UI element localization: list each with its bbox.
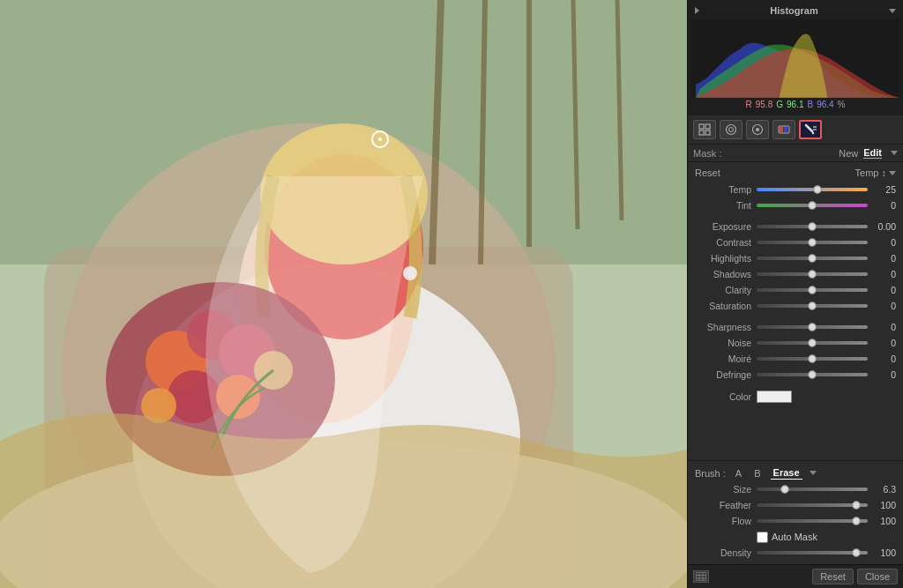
brush-tab-b[interactable]: B (751, 467, 763, 480)
slider-value-3: 0 (868, 237, 896, 248)
reset-row: Reset Temp ↕ (688, 166, 903, 182)
brush-slider-value-0: 6.3 (868, 484, 896, 495)
histogram-canvas (691, 19, 899, 98)
sliders-container: Temp25Tint0Exposure0.00Contrast0Highligh… (688, 182, 903, 383)
density-slider[interactable] (757, 551, 868, 555)
reset-button[interactable]: Reset (695, 167, 720, 178)
slider-value-9: 0 (868, 338, 896, 348)
slider-row-saturation: Saturation0 (688, 298, 903, 314)
slider-track-10[interactable] (757, 357, 868, 361)
photo-area (0, 0, 687, 588)
temp-selector-label: Temp ↕ (855, 167, 886, 178)
slider-track-1[interactable] (757, 204, 868, 207)
slider-thumb-6[interactable] (808, 286, 817, 294)
brush-tab-a[interactable]: A (733, 467, 744, 480)
brush-options-icon[interactable] (810, 471, 817, 475)
slider-row-temp: Temp25 (688, 182, 903, 197)
hist-g-value: 96.1 (787, 100, 803, 109)
slider-track-5[interactable] (757, 272, 868, 276)
brush-slider-row-2: Flow100 (688, 513, 903, 529)
brush-header: Brush : A B Erase (688, 465, 903, 481)
slider-thumb-2[interactable] (808, 222, 817, 231)
right-panel: Histogram R 95.8 G 96.1 B 96.4 (687, 0, 903, 588)
color-swatch[interactable] (757, 391, 792, 403)
brush-slider-label-1: Feather (695, 500, 757, 510)
color-selector-button[interactable] (772, 120, 795, 139)
slider-label-1: Tint (695, 200, 757, 211)
controls-section: Reset Temp ↕ Temp25Tint0Exposure0.00Cont… (688, 162, 903, 460)
slider-label-9: Noise (695, 338, 757, 348)
slider-label-4: Highlights (695, 253, 757, 264)
bottom-bar: Reset Close (688, 564, 903, 588)
slider-label-0: Temp (695, 184, 757, 195)
slider-thumb-0[interactable] (813, 185, 822, 194)
auto-mask-text: Auto Mask (772, 532, 817, 542)
histogram-collapse-icon[interactable] (695, 7, 699, 14)
slider-row-tint: Tint0 (688, 197, 903, 213)
slider-row-defringe: Defringe0 (688, 367, 903, 383)
slider-track-6[interactable] (757, 288, 868, 292)
slider-thumb-9[interactable] (808, 339, 817, 347)
spot-removal-button[interactable] (746, 120, 769, 139)
slider-label-7: Saturation (695, 301, 757, 311)
brush-slider-track-2[interactable] (757, 519, 868, 523)
svg-point-28 (727, 125, 736, 135)
radial-filter-button[interactable] (720, 120, 743, 139)
slider-thumb-3[interactable] (808, 238, 817, 247)
slider-label-6: Clarity (695, 285, 757, 295)
density-value: 100 (868, 547, 896, 558)
bottom-close-button[interactable]: Close (857, 569, 898, 584)
slider-row-moiré: Moiré0 (688, 351, 903, 367)
slider-thumb-4[interactable] (808, 254, 817, 263)
brush-slider-thumb-2[interactable] (852, 517, 861, 525)
histogram-values: R 95.8 G 96.1 B 96.4 % (691, 98, 899, 112)
brush-slider-row-1: Feather100 (688, 497, 903, 513)
auto-mask-checkbox[interactable] (757, 532, 768, 543)
hist-g-label: G (776, 100, 783, 109)
mask-options-icon[interactable] (891, 151, 898, 155)
histogram-expand-icon[interactable] (889, 9, 896, 13)
brush-label: Brush : (695, 468, 726, 479)
slider-track-9[interactable] (757, 341, 868, 345)
brush-tab-erase[interactable]: Erase (771, 466, 802, 480)
hist-percent: % (838, 100, 846, 109)
slider-track-8[interactable] (757, 325, 868, 329)
slider-thumb-1[interactable] (808, 201, 817, 210)
brush-tool-button[interactable] (799, 120, 822, 139)
slider-thumb-11[interactable] (808, 370, 817, 379)
svg-point-29 (729, 128, 734, 132)
density-row: Density 100 (688, 545, 903, 561)
brush-slider-thumb-0[interactable] (780, 485, 789, 494)
slider-track-7[interactable] (757, 304, 868, 308)
slider-row-shadows: Shadows0 (688, 266, 903, 282)
brush-slider-thumb-1[interactable] (852, 501, 861, 510)
bottom-reset-button[interactable]: Reset (812, 569, 854, 584)
mask-indicator (371, 130, 389, 148)
slider-row-contrast: Contrast0 (688, 234, 903, 250)
toolbar-row (688, 115, 903, 145)
grid-tool-button[interactable] (693, 120, 716, 139)
slider-row-exposure: Exposure0.00 (688, 219, 903, 234)
slider-thumb-10[interactable] (808, 354, 817, 363)
mask-label: Mask : (693, 148, 721, 159)
slider-thumb-5[interactable] (808, 270, 817, 279)
slider-track-4[interactable] (757, 257, 868, 260)
slider-value-7: 0 (868, 301, 896, 311)
slider-track-11[interactable] (757, 373, 868, 376)
slider-row-highlights: Highlights0 (688, 250, 903, 266)
brush-slider-track-1[interactable] (757, 503, 868, 507)
slider-value-4: 0 (868, 253, 896, 264)
bottom-grid-icon[interactable] (693, 570, 709, 583)
slider-track-2[interactable] (757, 225, 868, 228)
mask-new-button[interactable]: New (839, 148, 858, 159)
brush-slider-track-0[interactable] (757, 488, 868, 491)
histogram-section: Histogram R 95.8 G 96.1 B 96.4 (688, 0, 903, 115)
slider-thumb-7[interactable] (808, 301, 817, 310)
mask-edit-button[interactable]: Edit (863, 147, 882, 159)
temp-selector[interactable]: Temp ↕ (855, 167, 896, 178)
svg-rect-24 (699, 124, 704, 129)
brush-slider-value-1: 100 (868, 500, 896, 510)
slider-track-0[interactable] (757, 188, 868, 191)
slider-thumb-8[interactable] (808, 323, 817, 331)
slider-track-3[interactable] (757, 241, 868, 244)
